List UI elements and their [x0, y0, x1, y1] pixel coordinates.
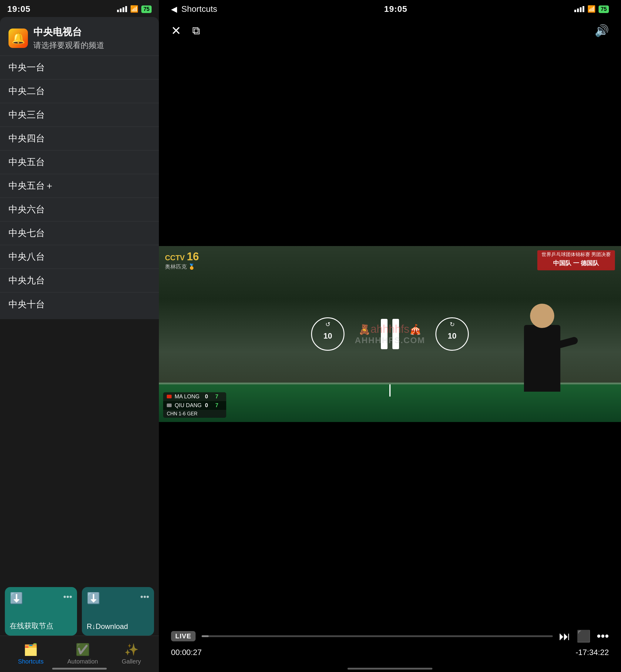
video-area: CCTV 16 奥林匹克 🏅 世界乒乓球团体锦标赛 男团决赛 中国队 一 德国队 [159, 44, 621, 624]
progress-bar-fill [202, 635, 209, 637]
close-button[interactable]: ✕ [171, 24, 181, 38]
pause-bar-1 [381, 319, 387, 349]
playback-bar-top: LIVE ⏭ ⬛ ••• [171, 630, 609, 643]
playback-bar: LIVE ⏭ ⬛ ••• 00:00:27 -17:34:22 [159, 624, 621, 672]
shortcut-card-2[interactable]: ⬇️ ••• R↓Download [82, 587, 154, 636]
channel-item-ch9[interactable]: 中央九台 [0, 269, 159, 292]
right-battery-badge: 75 [598, 5, 609, 13]
rewind-number: 10 [324, 331, 332, 341]
pause-button[interactable] [381, 319, 399, 349]
more-button[interactable]: ••• [597, 630, 609, 643]
modal-header: 🔔 中央电视台 请选择要观看的频道 [0, 17, 159, 56]
channel-name-ch10: 中央十台 [8, 298, 45, 311]
player-controls-left: ✕ ⧉ [171, 24, 200, 38]
channel-name-ch2: 中央二台 [8, 85, 45, 97]
channel-name-ch8: 中央八台 [8, 250, 45, 263]
tab-gallery[interactable]: ✨ Gallery [122, 643, 141, 665]
pip-button[interactable]: ⧉ [192, 24, 200, 37]
bottom-tab-bar: 🗂️ Shortcuts ✅ Automation ✨ Gallery [0, 636, 159, 672]
channel-item-ch10[interactable]: 中央十台 [0, 292, 159, 316]
wifi-icon: 📶 [130, 5, 138, 13]
forward-button[interactable]: ↻ 10 [436, 317, 469, 351]
channel-name-ch5: 中央五台 [8, 156, 45, 168]
battery-badge: 75 [141, 5, 152, 13]
channel-item-ch5plus[interactable]: 中央五台＋ [0, 174, 159, 198]
home-indicator-right [347, 668, 432, 670]
channel-name-ch7: 中央七台 [8, 227, 45, 239]
automation-icon: ✅ [76, 643, 90, 656]
shortcut-card-1[interactable]: ⬇️ ••• 在线获取节点 [5, 587, 77, 636]
channel-item-ch8[interactable]: 中央八台 [0, 245, 159, 269]
right-status-left: ◀ Shortcuts [171, 4, 217, 14]
channel-item-ch6[interactable]: 中央六台 [0, 198, 159, 222]
app-icon-emoji: 🔔 [11, 32, 25, 45]
card-icon-2: ⬇️ [87, 592, 100, 605]
card-label-1: 在线获取节点 [10, 621, 72, 631]
left-time: 19:05 [7, 4, 31, 14]
gallery-icon: ✨ [124, 643, 138, 656]
tab-automation-label: Automation [67, 658, 98, 665]
playback-bar-bottom: 00:00:27 -17:34:22 [171, 648, 609, 657]
left-status-bar: 19:05 📶 75 [0, 0, 159, 17]
channel-list: 中央一台中央二台中央三台中央四台中央五台中央五台＋中央六台中央七台中央八台中央九… [0, 56, 159, 316]
time-remaining: -17:34:22 [576, 648, 609, 657]
airplay-button[interactable]: ⬛ [576, 630, 591, 643]
card-icon-1: ⬇️ [10, 592, 23, 605]
right-signal-icon [574, 6, 584, 12]
tab-gallery-label: Gallery [122, 658, 141, 665]
modal-title-area: 中央电视台 请选择要观看的频道 [33, 26, 104, 51]
channel-modal: 🔔 中央电视台 请选择要观看的频道 中央一台中央二台中央三台中央四台中央五台中央… [0, 17, 159, 319]
channel-name-ch3: 中央三台 [8, 109, 45, 121]
right-status-bar: ◀ Shortcuts 19:05 📶 75 [159, 0, 621, 17]
channel-item-ch5[interactable]: 中央五台 [0, 151, 159, 174]
right-panel: ◀ Shortcuts 19:05 📶 75 ✕ ⧉ 🔊 [159, 0, 621, 672]
forward-arrow: ↻ [450, 321, 455, 328]
channel-name-ch9: 中央九台 [8, 274, 45, 287]
channel-name-ch6: 中央六台 [8, 203, 45, 216]
shortcut-cards: ⬇️ ••• 在线获取节点 ⬇️ ••• R↓Download [0, 587, 159, 636]
channel-item-ch1[interactable]: 中央一台 [0, 56, 159, 79]
channel-item-ch4[interactable]: 中央四台 [0, 127, 159, 151]
channel-item-ch7[interactable]: 中央七台 [0, 222, 159, 245]
back-label[interactable]: Shortcuts [181, 4, 217, 14]
forward-number: 10 [448, 331, 457, 341]
rewind-button[interactable]: ↺ 10 [311, 317, 344, 351]
back-arrow-icon: ◀ [171, 5, 177, 14]
progress-bar-container[interactable] [202, 635, 553, 637]
playback-controls: ↺ 10 ↻ 10 [159, 246, 621, 422]
tab-automation[interactable]: ✅ Automation [67, 643, 98, 665]
rewind-circle: ↺ 10 [311, 317, 344, 351]
channel-name-ch1: 中央一台 [8, 61, 45, 74]
card-icon-area-1: ⬇️ ••• [10, 592, 72, 605]
app-icon: 🔔 [8, 29, 28, 48]
skip-button[interactable]: ⏭ [559, 630, 570, 643]
signal-icon [117, 6, 127, 12]
card-more-1[interactable]: ••• [64, 592, 72, 602]
left-status-icons: 📶 75 [117, 5, 152, 13]
card-icon-area-2: ⬇️ ••• [87, 592, 149, 605]
player-header: ✕ ⧉ 🔊 [159, 17, 621, 44]
shortcuts-icon: 🗂️ [24, 643, 38, 656]
live-badge: LIVE [171, 631, 196, 641]
time-current: 00:00:27 [171, 648, 202, 657]
right-status-icons: 📶 75 [574, 5, 609, 13]
channel-name-ch4: 中央四台 [8, 132, 45, 145]
tab-shortcuts-label: Shortcuts [18, 658, 43, 665]
modal-title: 中央电视台 [33, 26, 104, 39]
forward-circle: ↻ 10 [436, 317, 469, 351]
volume-button[interactable]: 🔊 [594, 24, 609, 37]
card-more-2[interactable]: ••• [140, 592, 149, 602]
right-wifi-icon: 📶 [587, 5, 595, 13]
channel-item-ch3[interactable]: 中央三台 [0, 103, 159, 127]
modal-subtitle: 请选择要观看的频道 [33, 40, 104, 51]
pause-bar-2 [392, 319, 399, 349]
left-panel: 19:05 📶 75 🔔 中央电视台 请选择要观看的 [0, 0, 159, 672]
channel-item-ch2[interactable]: 中央二台 [0, 79, 159, 103]
channel-name-ch5plus: 中央五台＋ [8, 180, 54, 192]
tab-shortcuts[interactable]: 🗂️ Shortcuts [18, 643, 43, 665]
rewind-arrow: ↺ [325, 321, 331, 328]
home-indicator-left [52, 668, 107, 670]
video-content: CCTV 16 奥林匹克 🏅 世界乒乓球团体锦标赛 男团决赛 中国队 一 德国队 [159, 246, 621, 422]
video-frame[interactable]: CCTV 16 奥林匹克 🏅 世界乒乓球团体锦标赛 男团决赛 中国队 一 德国队 [159, 246, 621, 422]
card-label-2: R↓Download [87, 622, 149, 631]
